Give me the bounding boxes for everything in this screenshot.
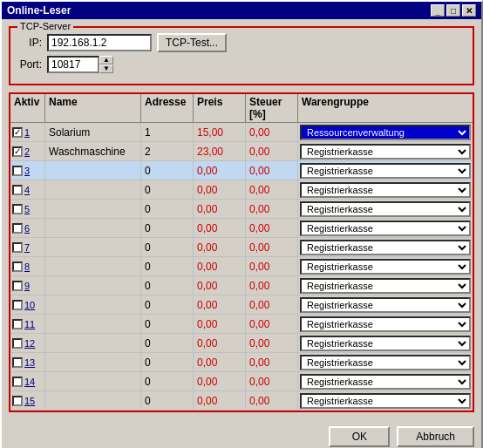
row-number: 1 [24, 127, 30, 138]
warengruppe-select[interactable]: Registrierkasse [300, 240, 471, 255]
address-cell: 0 [141, 334, 194, 352]
warengruppe-select[interactable]: Registrierkasse [300, 144, 471, 160]
aktiv-cell: 6 [10, 219, 45, 237]
aktiv-checkbox[interactable] [12, 261, 23, 272]
cancel-button[interactable]: Abbruch [397, 426, 474, 447]
price-cell: 0,00 [194, 200, 246, 218]
port-input[interactable] [47, 56, 99, 73]
spin-up-button[interactable]: ▲ [99, 56, 113, 64]
warengruppe-select[interactable]: Registrierkasse [300, 297, 471, 313]
warengruppe-select[interactable]: Registrierkasse [300, 336, 471, 351]
warengruppe-select[interactable]: Ressourcenverwaltung [300, 125, 471, 140]
warengruppe-select[interactable]: Registrierkasse [300, 163, 471, 179]
price-cell: 15,00 [194, 123, 246, 141]
warengruppe-cell: Registrierkasse [298, 295, 473, 314]
port-label: Port: [17, 58, 42, 71]
ok-button[interactable]: OK [329, 426, 390, 447]
warengruppe-select[interactable]: Registrierkasse [300, 201, 471, 217]
row-number: 11 [24, 319, 35, 329]
name-cell [45, 238, 141, 256]
warengruppe-cell: Registrierkasse [298, 391, 473, 410]
table-row: 400,000,00Registrierkasse [10, 180, 473, 200]
row-number: 7 [24, 242, 30, 253]
warengruppe-select[interactable]: Registrierkasse [300, 355, 471, 370]
price-cell: 0,00 [194, 276, 246, 295]
warengruppe-cell: Registrierkasse [298, 372, 473, 390]
price-cell: 0,00 [194, 353, 246, 371]
warengruppe-cell: Registrierkasse [298, 257, 473, 275]
aktiv-checkbox[interactable]: ✓ [12, 146, 23, 157]
row-number: 12 [24, 338, 35, 349]
row-number: 6 [24, 223, 30, 234]
address-cell: 0 [141, 372, 194, 390]
aktiv-checkbox[interactable] [12, 242, 23, 253]
content-area: TCP-Server IP: TCP-Test... Port: ▲ ▼ A [2, 19, 481, 419]
warengruppe-cell: Registrierkasse [298, 238, 473, 256]
name-cell [45, 161, 141, 180]
tcp-test-button[interactable]: TCP-Test... [157, 33, 227, 52]
aktiv-cell: ✓2 [10, 142, 45, 160]
tax-cell: 0,00 [246, 142, 298, 160]
warengruppe-select[interactable]: Registrierkasse [300, 259, 471, 275]
port-spinner: ▲ ▼ [47, 56, 113, 73]
warengruppe-select[interactable]: Registrierkasse [300, 316, 471, 332]
aktiv-checkbox[interactable] [12, 319, 23, 329]
aktiv-cell: 12 [10, 334, 45, 352]
window-title: Online-Leser [7, 4, 71, 17]
name-cell [45, 276, 141, 295]
row-number: 5 [24, 204, 30, 214]
aktiv-checkbox[interactable] [12, 166, 23, 176]
table-header: Aktiv Name Adresse Preis Steuer [%] Ware… [10, 94, 473, 123]
table-row: 700,000,00Registrierkasse [10, 238, 473, 257]
aktiv-checkbox[interactable] [12, 338, 23, 349]
maximize-button[interactable]: □ [446, 4, 460, 17]
price-cell: 0,00 [194, 372, 246, 390]
aktiv-cell: 11 [10, 315, 45, 333]
close-button[interactable]: ✕ [462, 4, 476, 17]
aktiv-cell: 13 [10, 353, 45, 371]
warengruppe-cell: Registrierkasse [298, 219, 473, 237]
row-number: 9 [24, 281, 30, 291]
table-row: 1100,000,00Registrierkasse [10, 315, 473, 334]
table-row: 800,000,00Registrierkasse [10, 257, 473, 276]
ip-input[interactable] [47, 34, 152, 51]
aktiv-checkbox[interactable] [12, 300, 23, 310]
tax-cell: 0,00 [246, 200, 298, 218]
spin-down-button[interactable]: ▼ [99, 64, 113, 73]
aktiv-checkbox[interactable]: ✓ [12, 127, 23, 138]
tax-cell: 0,00 [246, 219, 298, 237]
tax-cell: 0,00 [246, 295, 298, 314]
footer: OK Abbruch [2, 419, 481, 448]
ip-label: IP: [17, 37, 42, 49]
aktiv-checkbox[interactable] [12, 357, 23, 368]
warengruppe-cell: Registrierkasse [298, 353, 473, 371]
address-cell: 0 [141, 276, 194, 295]
aktiv-cell: ✓1 [10, 123, 45, 141]
warengruppe-select[interactable]: Registrierkasse [300, 374, 471, 390]
warengruppe-select[interactable]: Registrierkasse [300, 182, 471, 198]
aktiv-checkbox[interactable] [12, 281, 23, 291]
title-bar: Online-Leser _ □ ✕ [2, 2, 481, 19]
minimize-button[interactable]: _ [431, 4, 445, 17]
price-cell: 0,00 [194, 180, 246, 199]
address-cell: 0 [141, 161, 194, 180]
name-cell [45, 353, 141, 371]
name-cell [45, 257, 141, 275]
aktiv-checkbox[interactable] [12, 223, 23, 234]
aktiv-checkbox[interactable] [12, 396, 23, 406]
tax-cell: 0,00 [246, 391, 298, 410]
price-cell: 23,00 [194, 142, 246, 160]
warengruppe-select[interactable]: Registrierkasse [300, 221, 471, 236]
aktiv-cell: 7 [10, 238, 45, 256]
aktiv-checkbox[interactable] [12, 204, 23, 214]
row-number: 4 [24, 185, 30, 195]
col-preis: Preis [194, 94, 246, 122]
aktiv-checkbox[interactable] [12, 185, 23, 195]
warengruppe-select[interactable]: Registrierkasse [300, 393, 471, 409]
row-number: 10 [24, 300, 35, 310]
name-cell [45, 315, 141, 333]
aktiv-checkbox[interactable] [12, 377, 23, 387]
warengruppe-select[interactable]: Registrierkasse [300, 278, 471, 294]
tax-cell: 0,00 [246, 276, 298, 295]
ip-row: IP: TCP-Test... [17, 33, 466, 52]
